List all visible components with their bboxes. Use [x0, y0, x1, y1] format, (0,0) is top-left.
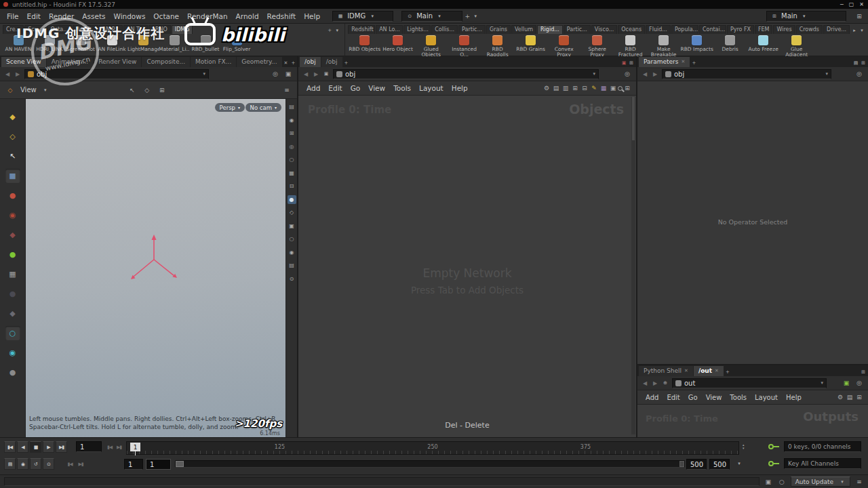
shelf-tool[interactable]: Instanced O... [448, 34, 481, 56]
frame-spinner[interactable]: ▴▾ [743, 443, 745, 450]
display-options-icon[interactable]: ≡ [282, 85, 292, 95]
display-toggle-icon[interactable]: ◉ [288, 248, 296, 257]
select-geometry-icon[interactable]: ◇ [142, 85, 152, 95]
range-slider-left-handle[interactable] [176, 461, 184, 467]
main-desktop-selector[interactable]: ⊙ Main ▾ [401, 11, 462, 22]
menu-layout[interactable]: Layout [751, 390, 782, 404]
shelf-tab[interactable]: AN Lo... [376, 25, 403, 34]
network-path-field[interactable]: obj ▾ [333, 69, 599, 79]
pin-icon[interactable]: ◎ [623, 69, 632, 79]
menu-assets[interactable]: Assets [78, 9, 109, 23]
pane-split-icon[interactable]: ⊞ [860, 369, 867, 375]
language-toggle-icon[interactable]: ▣ [842, 378, 851, 388]
jump-to-end-button[interactable]: ▶▮ [56, 441, 67, 453]
menu-go[interactable]: Go [684, 390, 702, 404]
shelf-tab[interactable]: Oceans [618, 25, 645, 34]
back-icon[interactable]: ◀ [642, 380, 648, 386]
playhead-marker[interactable]: 1 [130, 443, 140, 451]
menu-view[interactable]: View [702, 390, 726, 404]
select-icon[interactable]: ↖ [5, 149, 20, 163]
timeline[interactable]: 125 250 375 1 [126, 441, 739, 455]
set-key-icon[interactable] [768, 444, 774, 449]
shelf-tool[interactable]: AN FileLink [96, 34, 127, 56]
snap-sphere-icon[interactable]: ● [5, 287, 20, 301]
shelf-tool[interactable]: Flip_Solver [221, 34, 252, 56]
shelf-tab[interactable]: Redshift [348, 25, 375, 34]
shelf-tab[interactable]: FEM [755, 25, 773, 34]
add-tab-icon[interactable]: + [690, 60, 697, 66]
pin-icon[interactable]: ◎ [271, 69, 280, 79]
shelf-tab[interactable]: Crowds [796, 25, 823, 34]
menu-help[interactable]: Help [300, 9, 324, 23]
shelf-tool[interactable]: RBD Fractured Object [614, 34, 647, 56]
menu-octane[interactable]: Octane [149, 9, 183, 23]
forward-icon[interactable]: ▶ [652, 71, 658, 77]
display-toggle-icon[interactable]: ⊞ [288, 129, 296, 138]
menu-file[interactable]: File [3, 9, 23, 23]
tab-scene-view[interactable]: Scene View [1, 57, 46, 67]
back-icon[interactable]: ◀ [642, 71, 648, 77]
pane-split-icon[interactable]: ⊞ [854, 392, 864, 402]
display-toggle-icon-active[interactable]: ● [288, 195, 296, 204]
current-frame-field[interactable]: 1 [76, 441, 102, 452]
display-toggle-icon[interactable]: ⊟ [288, 182, 296, 190]
add-tab-icon[interactable]: + [290, 60, 297, 66]
add-shelf-icon[interactable]: + [326, 27, 333, 34]
display-toggle-icon[interactable]: ▤ [288, 102, 296, 111]
chevron-down-icon[interactable]: ▾ [472, 13, 479, 20]
back-icon[interactable]: ◀ [4, 71, 11, 77]
shelf-tab[interactable]: Octa... [47, 25, 71, 34]
shelf-tab[interactable]: Drive... [823, 25, 850, 34]
global-range-end-field[interactable]: 500 [709, 459, 730, 470]
display-toggle-icon[interactable]: ◎ [288, 142, 296, 151]
next-keyframe-button[interactable]: ▶▮ [115, 441, 123, 453]
display-toggle-icon[interactable]: ⊙ [288, 274, 296, 283]
rotate-icon[interactable]: ◉ [5, 208, 20, 222]
tab-parameters[interactable]: Parameters ✕ [639, 57, 690, 67]
display-toggle-icon[interactable]: ▤ [288, 261, 296, 270]
network-canvas[interactable]: Profile 0: Time Objects Empty Network Pr… [298, 96, 636, 437]
shelf-tab[interactable]: Vellum [511, 25, 536, 34]
playback-range-start-field[interactable]: 1 [146, 459, 171, 470]
pin-icon[interactable]: ◎ [854, 69, 864, 79]
play-reverse-button[interactable]: ◀ [17, 441, 28, 453]
menu-windows[interactable]: Windows [109, 9, 149, 23]
forward-icon[interactable]: ▶ [313, 71, 319, 77]
menu-tools[interactable]: Tools [389, 81, 415, 95]
secure-selection-icon[interactable]: ■ [5, 169, 20, 183]
shelf-tab[interactable]: Contai... [699, 25, 726, 34]
shelf-tool[interactable]: Auto Freeze [747, 34, 780, 56]
audio-button[interactable]: ◉ [17, 458, 28, 470]
menu-render[interactable]: Render [45, 9, 78, 23]
shelf-tab[interactable]: Grains [486, 25, 511, 34]
shelf-tab[interactable]: Wires [773, 25, 795, 34]
shelf-tab[interactable]: ARNO [149, 25, 171, 34]
display-toggle-icon[interactable]: ▦ [288, 169, 296, 178]
grid-off-icon[interactable]: ⊟ [580, 83, 589, 93]
list-view-icon[interactable]: ▥ [561, 83, 570, 93]
shelf-tool[interactable]: RBD Objects [348, 34, 381, 56]
wrench-icon[interactable]: ⚙ [835, 392, 845, 402]
shelf-tool[interactable]: Sphere Proxy [580, 34, 614, 56]
shelf-tool[interactable]: Hero Object [381, 34, 414, 56]
parameters-path-field[interactable]: obj ▾ [662, 69, 831, 79]
tab-motion-fx[interactable]: Motion FX... [191, 57, 236, 67]
add-tab-icon[interactable]: + [724, 369, 731, 375]
tab-render-view[interactable]: Render View [94, 57, 141, 67]
link-icon[interactable]: ▣ [283, 69, 293, 79]
paint-icon[interactable]: ● [5, 247, 20, 262]
forward-icon[interactable]: ▶ [14, 71, 21, 77]
search-icon[interactable] [618, 86, 623, 91]
range-slider-right-handle[interactable] [679, 461, 684, 467]
list-view-icon[interactable]: ▤ [845, 392, 854, 402]
close-button[interactable]: ✕ [859, 1, 864, 7]
menu-view[interactable]: View [364, 81, 389, 95]
shelf-tool[interactable]: LightManager [127, 34, 159, 56]
grid-snap-icon[interactable]: ⊞ [570, 83, 580, 93]
view-tool-label[interactable]: View [20, 86, 37, 94]
camera-select-button[interactable]: No cam▾ [245, 103, 281, 112]
forward-icon[interactable]: ▶ [652, 380, 658, 386]
shelf-tool[interactable]: Glued Objects [414, 34, 448, 56]
shelf-tab[interactable]: Rend... [73, 25, 98, 34]
snap-icon[interactable]: ◉ [5, 346, 20, 360]
